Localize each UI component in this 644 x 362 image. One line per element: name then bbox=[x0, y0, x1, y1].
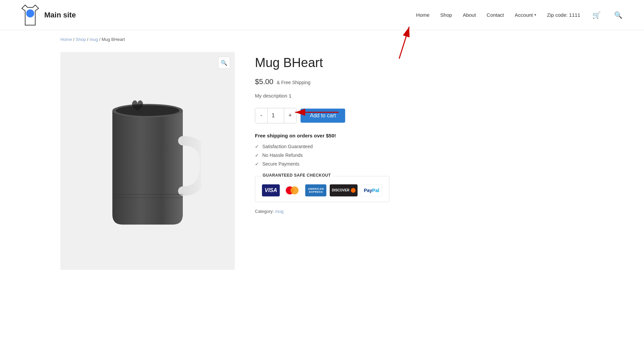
category-row: Category: mug bbox=[255, 209, 389, 214]
zoom-button[interactable]: 🔍 bbox=[218, 57, 230, 69]
breadcrumb: Home / Shop / mug / Mug BHeart bbox=[0, 30, 644, 49]
free-shipping-inline: & Free Shipping bbox=[277, 80, 310, 85]
product-page: 🔍 bbox=[0, 49, 436, 290]
chevron-down-icon: ▾ bbox=[534, 13, 536, 17]
product-description: My description 1 bbox=[255, 93, 291, 99]
check-icon: ✓ bbox=[255, 144, 259, 149]
free-shipping-banner: Free shipping on orders over $50! bbox=[255, 133, 389, 138]
product-image-area: 🔍 bbox=[60, 52, 235, 270]
quantity-input[interactable] bbox=[267, 108, 284, 123]
check-icon: ✓ bbox=[255, 161, 259, 167]
amex-icon: AMERICANEXPRESS bbox=[305, 184, 326, 196]
discover-icon: DISCOVER bbox=[330, 184, 357, 196]
svg-point-5 bbox=[116, 105, 179, 116]
checklist: ✓ Satisfaction Guaranteed ✓ No Hassle Re… bbox=[255, 144, 389, 167]
mastercard-icon bbox=[283, 184, 302, 196]
logo-icon bbox=[20, 3, 40, 27]
mug-image bbox=[60, 52, 235, 270]
nav-contact[interactable]: Contact bbox=[487, 12, 504, 18]
breadcrumb-shop[interactable]: Shop bbox=[76, 37, 86, 42]
nav-shop[interactable]: Shop bbox=[440, 12, 452, 18]
category-label: Category: bbox=[255, 209, 274, 214]
zip-code-display: Zip code: 1111 bbox=[547, 12, 580, 18]
main-nav: Home Shop About Contact Account ▾ Zip co… bbox=[416, 10, 624, 20]
nav-account-label: Account bbox=[515, 12, 533, 18]
quantity-control: - + bbox=[255, 108, 297, 123]
cart-row: - + Add to cart bbox=[255, 108, 389, 123]
product-details: Mug BHeart $5.00 & Free Shipping My desc… bbox=[255, 52, 389, 270]
check-icon: ✓ bbox=[255, 153, 259, 158]
product-price-row: $5.00 & Free Shipping bbox=[255, 77, 389, 86]
paypal-icon: PayPal bbox=[361, 184, 382, 196]
cart-icon[interactable]: 🛒 bbox=[591, 10, 602, 20]
header: Main site Home Shop About Contact Accoun… bbox=[0, 0, 644, 30]
site-title: Main site bbox=[44, 11, 76, 19]
nav-about[interactable]: About bbox=[463, 12, 476, 18]
breadcrumb-home[interactable]: Home bbox=[60, 37, 72, 42]
visa-icon: VISA bbox=[262, 184, 280, 196]
checklist-item-1: Satisfaction Guaranteed bbox=[262, 144, 313, 149]
checklist-item-3: Secure Payments bbox=[262, 161, 300, 167]
nav-home[interactable]: Home bbox=[416, 12, 430, 18]
checklist-item-2: No Hassle Refunds bbox=[262, 153, 303, 158]
list-item: ✓ Secure Payments bbox=[255, 161, 389, 167]
category-link[interactable]: mug bbox=[275, 209, 283, 214]
search-icon[interactable]: 🔍 bbox=[613, 10, 624, 20]
payment-icons: VISA AMERICANEXPRESS DISCOVER bbox=[262, 184, 382, 196]
safe-checkout-box: GUARANTEED SAFE CHECKOUT VISA AMERICANEX… bbox=[255, 176, 389, 202]
breadcrumb-current: Mug BHeart bbox=[102, 37, 125, 42]
svg-point-0 bbox=[26, 9, 34, 17]
list-item: ✓ Satisfaction Guaranteed bbox=[255, 144, 389, 149]
list-item: ✓ No Hassle Refunds bbox=[255, 153, 389, 158]
add-to-cart-button[interactable]: Add to cart bbox=[301, 109, 345, 123]
logo-area[interactable]: Main site bbox=[20, 3, 76, 27]
quantity-decrease-button[interactable]: - bbox=[255, 108, 267, 123]
nav-account[interactable]: Account ▾ bbox=[515, 12, 536, 18]
breadcrumb-category[interactable]: mug bbox=[90, 37, 98, 42]
product-price: $5.00 bbox=[255, 77, 273, 86]
quantity-increase-button[interactable]: + bbox=[284, 108, 296, 123]
product-title: Mug BHeart bbox=[255, 55, 389, 71]
safe-checkout-title: GUARANTEED SAFE CHECKOUT bbox=[261, 173, 333, 178]
